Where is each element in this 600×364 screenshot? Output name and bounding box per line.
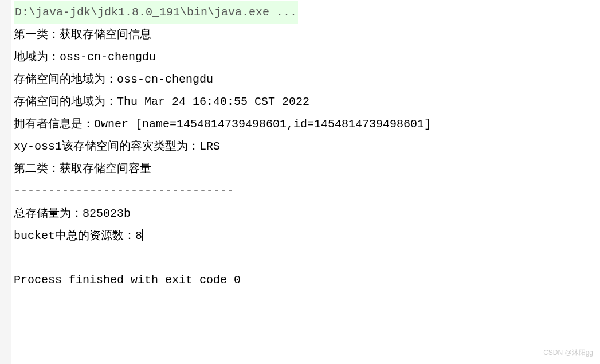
command-line: D:\java-jdk\jdk1.8.0_191\bin\java.exe ..…	[14, 1, 600, 24]
region-label: 地域为：	[14, 50, 60, 64]
owner-line: 拥有者信息是：Owner [name=1454814739498601,id=1…	[14, 113, 600, 135]
gutter	[0, 0, 11, 364]
storage-line: 总存储量为：825023b	[14, 202, 600, 225]
watermark: CSDN @沐阳gg	[543, 346, 593, 359]
redundancy-line: xy-oss1该存储空间的容灾类型为：LRS	[14, 135, 600, 158]
resource-line: bucket中总的资源数：8	[14, 225, 600, 247]
section2-title: 第二类：获取存储空间容量	[14, 158, 600, 180]
region-line: 地域为：oss-cn-chengdu	[14, 46, 600, 68]
bucket-name: xy-oss1	[14, 140, 62, 153]
owner-value: Owner [name=1454814739498601,id=14548147…	[94, 118, 431, 131]
bucket-region-value: oss-cn-chengdu	[117, 73, 213, 86]
console-output: D:\java-jdk\jdk1.8.0_191\bin\java.exe ..…	[0, 0, 600, 291]
owner-label: 拥有者信息是：	[14, 118, 94, 131]
storage-value: 825023b	[83, 207, 131, 220]
region-value: oss-cn-chengdu	[60, 50, 156, 64]
redundancy-value: LRS	[199, 140, 220, 153]
java-command: D:\java-jdk\jdk1.8.0_191\bin\java.exe ..…	[14, 1, 298, 24]
creation-date-label: 存储空间的地域为：	[14, 95, 117, 108]
bucket-region-line: 存储空间的地域为：oss-cn-chengdu	[14, 68, 600, 91]
creation-date-line: 存储空间的地域为：Thu Mar 24 16:40:55 CST 2022	[14, 91, 600, 113]
section1-title: 第一类：获取存储空间信息	[14, 24, 600, 46]
text-cursor	[142, 229, 143, 241]
storage-label: 总存储量为：	[14, 207, 83, 220]
creation-date-value: Thu Mar 24 16:40:55 CST 2022	[117, 95, 309, 108]
separator-line: --------------------------------	[14, 180, 600, 202]
resource-count: 8	[135, 229, 142, 242]
exit-message: Process finished with exit code 0	[14, 269, 600, 291]
redundancy-label: 该存储空间的容灾类型为：	[62, 140, 199, 153]
bucket-region-label: 存储空间的地域为：	[14, 73, 117, 86]
resource-label: bucket中总的资源数：	[14, 229, 135, 242]
